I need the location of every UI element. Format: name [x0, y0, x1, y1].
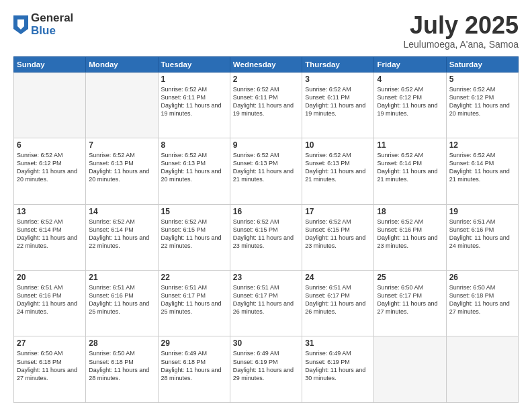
- cell-info: Sunrise: 6:52 AM Sunset: 6:13 PM Dayligh…: [161, 151, 227, 184]
- cell-info: Sunrise: 6:52 AM Sunset: 6:14 PM Dayligh…: [449, 151, 515, 184]
- day-number: 20: [17, 273, 83, 282]
- cell-info: Sunrise: 6:52 AM Sunset: 6:15 PM Dayligh…: [305, 218, 371, 250]
- calendar-cell: 1Sunrise: 6:52 AM Sunset: 6:11 PM Daylig…: [158, 72, 230, 138]
- calendar-cell: 3Sunrise: 6:52 AM Sunset: 6:11 PM Daylig…: [302, 72, 374, 138]
- cell-info: Sunrise: 6:50 AM Sunset: 6:18 PM Dayligh…: [449, 283, 515, 316]
- cell-info: Sunrise: 6:49 AM Sunset: 6:19 PM Dayligh…: [233, 349, 299, 382]
- logo-icon: [13, 15, 28, 34]
- cell-info: Sunrise: 6:52 AM Sunset: 6:14 PM Dayligh…: [377, 151, 443, 184]
- cell-info: Sunrise: 6:52 AM Sunset: 6:14 PM Dayligh…: [17, 218, 83, 250]
- day-number: 24: [305, 273, 371, 282]
- calendar-cell: 20Sunrise: 6:51 AM Sunset: 6:16 PM Dayli…: [14, 271, 86, 336]
- cell-info: Sunrise: 6:51 AM Sunset: 6:17 PM Dayligh…: [305, 283, 371, 316]
- day-number: 9: [233, 140, 299, 150]
- calendar-cell: [86, 72, 158, 138]
- calendar-cell: 27Sunrise: 6:50 AM Sunset: 6:18 PM Dayli…: [14, 336, 86, 403]
- calendar-cell: 2Sunrise: 6:52 AM Sunset: 6:11 PM Daylig…: [230, 72, 302, 138]
- calendar-cell: 17Sunrise: 6:52 AM Sunset: 6:15 PM Dayli…: [302, 204, 374, 270]
- day-number: 28: [89, 338, 154, 348]
- cell-info: Sunrise: 6:52 AM Sunset: 6:13 PM Dayligh…: [89, 151, 154, 184]
- calendar-week-2: 6Sunrise: 6:52 AM Sunset: 6:12 PM Daylig…: [14, 138, 519, 204]
- calendar-week-1: 1Sunrise: 6:52 AM Sunset: 6:11 PM Daylig…: [14, 72, 519, 138]
- cell-info: Sunrise: 6:50 AM Sunset: 6:18 PM Dayligh…: [89, 349, 154, 382]
- cell-info: Sunrise: 6:52 AM Sunset: 6:12 PM Dayligh…: [449, 85, 515, 118]
- day-number: 6: [17, 140, 83, 150]
- calendar-cell: 9Sunrise: 6:52 AM Sunset: 6:13 PM Daylig…: [230, 138, 302, 204]
- day-number: 8: [161, 140, 227, 150]
- logo-text: General Blue: [31, 12, 73, 37]
- calendar-body: 1Sunrise: 6:52 AM Sunset: 6:11 PM Daylig…: [14, 72, 519, 402]
- calendar-header-sunday: Sunday: [14, 56, 86, 72]
- cell-info: Sunrise: 6:52 AM Sunset: 6:12 PM Dayligh…: [377, 85, 443, 118]
- day-number: 25: [377, 273, 443, 282]
- calendar-cell: 19Sunrise: 6:51 AM Sunset: 6:16 PM Dayli…: [446, 204, 518, 270]
- calendar-cell: 25Sunrise: 6:50 AM Sunset: 6:17 PM Dayli…: [374, 271, 446, 336]
- calendar-header-wednesday: Wednesday: [230, 56, 302, 72]
- calendar-cell: 4Sunrise: 6:52 AM Sunset: 6:12 PM Daylig…: [374, 72, 446, 138]
- calendar-week-5: 27Sunrise: 6:50 AM Sunset: 6:18 PM Dayli…: [14, 336, 519, 403]
- calendar-table: SundayMondayTuesdayWednesdayThursdayFrid…: [13, 56, 519, 403]
- cell-info: Sunrise: 6:52 AM Sunset: 6:11 PM Dayligh…: [233, 85, 299, 118]
- calendar-cell: 24Sunrise: 6:51 AM Sunset: 6:17 PM Dayli…: [302, 271, 374, 336]
- day-number: 11: [377, 140, 443, 150]
- logo-general: General: [31, 12, 73, 25]
- calendar-header-monday: Monday: [86, 56, 158, 72]
- day-number: 5: [449, 75, 515, 84]
- day-number: 21: [89, 273, 154, 282]
- month-title: July 2025: [403, 12, 519, 39]
- calendar-cell: 8Sunrise: 6:52 AM Sunset: 6:13 PM Daylig…: [158, 138, 230, 204]
- calendar-cell: 29Sunrise: 6:49 AM Sunset: 6:18 PM Dayli…: [158, 336, 230, 403]
- calendar-cell: 15Sunrise: 6:52 AM Sunset: 6:15 PM Dayli…: [158, 204, 230, 270]
- day-number: 26: [449, 273, 515, 282]
- cell-info: Sunrise: 6:52 AM Sunset: 6:15 PM Dayligh…: [161, 218, 227, 250]
- cell-info: Sunrise: 6:51 AM Sunset: 6:16 PM Dayligh…: [89, 283, 154, 316]
- calendar-cell: 26Sunrise: 6:50 AM Sunset: 6:18 PM Dayli…: [446, 271, 518, 336]
- day-number: 10: [305, 140, 371, 150]
- cell-info: Sunrise: 6:52 AM Sunset: 6:11 PM Dayligh…: [305, 85, 371, 118]
- day-number: 15: [161, 207, 227, 216]
- day-number: 2: [233, 75, 299, 84]
- day-number: 4: [377, 75, 443, 84]
- day-number: 1: [161, 75, 227, 84]
- logo: General Blue: [13, 12, 73, 37]
- day-number: 23: [233, 273, 299, 282]
- location: Leulumoega, A'ana, Samoa: [403, 39, 519, 50]
- day-number: 13: [17, 207, 83, 216]
- day-number: 14: [89, 207, 154, 216]
- calendar-cell: [374, 336, 446, 403]
- cell-info: Sunrise: 6:52 AM Sunset: 6:15 PM Dayligh…: [233, 218, 299, 250]
- day-number: 17: [305, 207, 371, 216]
- page: General Blue July 2025 Leulumoega, A'ana…: [0, 0, 532, 411]
- cell-info: Sunrise: 6:52 AM Sunset: 6:11 PM Dayligh…: [161, 85, 227, 118]
- day-number: 12: [449, 140, 515, 150]
- logo-blue: Blue: [31, 25, 73, 38]
- calendar-cell: 5Sunrise: 6:52 AM Sunset: 6:12 PM Daylig…: [446, 72, 518, 138]
- calendar-cell: 30Sunrise: 6:49 AM Sunset: 6:19 PM Dayli…: [230, 336, 302, 403]
- cell-info: Sunrise: 6:50 AM Sunset: 6:17 PM Dayligh…: [377, 283, 443, 316]
- cell-info: Sunrise: 6:49 AM Sunset: 6:18 PM Dayligh…: [161, 349, 227, 382]
- calendar-cell: 6Sunrise: 6:52 AM Sunset: 6:12 PM Daylig…: [14, 138, 86, 204]
- calendar-cell: 28Sunrise: 6:50 AM Sunset: 6:18 PM Dayli…: [86, 336, 158, 403]
- day-number: 3: [305, 75, 371, 84]
- cell-info: Sunrise: 6:51 AM Sunset: 6:16 PM Dayligh…: [17, 283, 83, 316]
- calendar-cell: 18Sunrise: 6:52 AM Sunset: 6:16 PM Dayli…: [374, 204, 446, 270]
- calendar-cell: 10Sunrise: 6:52 AM Sunset: 6:13 PM Dayli…: [302, 138, 374, 204]
- calendar-cell: 22Sunrise: 6:51 AM Sunset: 6:17 PM Dayli…: [158, 271, 230, 336]
- title-block: July 2025 Leulumoega, A'ana, Samoa: [403, 12, 519, 50]
- calendar-header-saturday: Saturday: [446, 56, 518, 72]
- cell-info: Sunrise: 6:49 AM Sunset: 6:19 PM Dayligh…: [305, 349, 371, 382]
- day-number: 18: [377, 207, 443, 216]
- day-number: 29: [161, 338, 227, 348]
- calendar-cell: 7Sunrise: 6:52 AM Sunset: 6:13 PM Daylig…: [86, 138, 158, 204]
- cell-info: Sunrise: 6:52 AM Sunset: 6:14 PM Dayligh…: [89, 218, 154, 250]
- calendar-cell: 21Sunrise: 6:51 AM Sunset: 6:16 PM Dayli…: [86, 271, 158, 336]
- cell-info: Sunrise: 6:52 AM Sunset: 6:12 PM Dayligh…: [17, 151, 83, 184]
- cell-info: Sunrise: 6:50 AM Sunset: 6:18 PM Dayligh…: [17, 349, 83, 382]
- day-number: 16: [233, 207, 299, 216]
- calendar-header-friday: Friday: [374, 56, 446, 72]
- calendar-cell: 11Sunrise: 6:52 AM Sunset: 6:14 PM Dayli…: [374, 138, 446, 204]
- calendar-cell: 16Sunrise: 6:52 AM Sunset: 6:15 PM Dayli…: [230, 204, 302, 270]
- calendar-header-thursday: Thursday: [302, 56, 374, 72]
- header: General Blue July 2025 Leulumoega, A'ana…: [13, 12, 519, 50]
- calendar-cell: 31Sunrise: 6:49 AM Sunset: 6:19 PM Dayli…: [302, 336, 374, 403]
